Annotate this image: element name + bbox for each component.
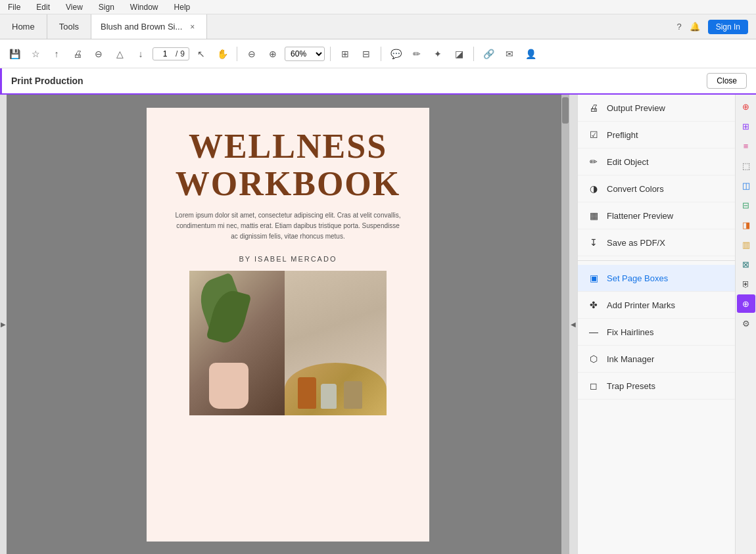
stamp-icon[interactable]: ◪ bbox=[450, 45, 468, 63]
convert-colors-icon: ◑ bbox=[587, 182, 600, 195]
menu-view[interactable]: View bbox=[63, 1, 85, 13]
left-collapse-tab[interactable]: ▶ bbox=[0, 95, 7, 554]
tools-icon-3[interactable]: ≡ bbox=[737, 137, 755, 155]
tab-home[interactable]: Home bbox=[0, 14, 47, 39]
vertical-scrollbar[interactable] bbox=[561, 95, 569, 554]
download-icon[interactable]: ↓ bbox=[131, 45, 150, 63]
select-tool-icon[interactable]: ↖ bbox=[192, 45, 210, 63]
document-images bbox=[189, 271, 387, 415]
save-pdfx-icon: ↧ bbox=[587, 236, 600, 249]
tab-bar-right: ? 🔔 Sign In bbox=[669, 14, 756, 39]
tab-tools[interactable]: Tools bbox=[47, 14, 91, 39]
panel-item-ink-manager[interactable]: ⬡ Ink Manager bbox=[578, 346, 735, 373]
far-right-toolbar: ⊕ ⊞ ≡ ⬚ ◫ ⊟ ◨ ▥ ⊠ ⛨ ⊕ ⚙ bbox=[735, 95, 756, 554]
document-title: WELLNESS WORKBOOK bbox=[176, 127, 400, 202]
right-collapse-tab[interactable]: ◀ bbox=[569, 95, 577, 554]
zoom-minus-icon[interactable]: ⊖ bbox=[243, 45, 261, 63]
edit-object-label: Edit Object bbox=[607, 157, 649, 167]
crop-icon[interactable]: ⊞ bbox=[336, 45, 354, 63]
panel-item-convert-colors[interactable]: ◑ Convert Colors bbox=[578, 175, 735, 202]
help-icon[interactable]: ? bbox=[676, 22, 681, 32]
toolbar-separator-3 bbox=[381, 47, 381, 61]
flattener-icon: ▦ bbox=[587, 209, 600, 222]
document-page: WELLNESS WORKBOOK Lorem ipsum dolor sit … bbox=[147, 108, 429, 542]
tools-icon-2[interactable]: ⊞ bbox=[737, 117, 755, 135]
scroll-thumb[interactable] bbox=[562, 97, 569, 124]
zoom-out-icon[interactable]: ⊖ bbox=[89, 45, 108, 63]
toolbar-separator bbox=[237, 47, 237, 61]
user-icon[interactable]: 👤 bbox=[521, 45, 540, 63]
panel-item-save-pdfx[interactable]: ↧ Save as PDF/X bbox=[578, 229, 735, 256]
panel-item-trap-presets[interactable]: ◻ Trap Presets bbox=[578, 373, 735, 400]
upload-icon[interactable]: ↑ bbox=[47, 45, 66, 63]
panel-item-flattener[interactable]: ▦ Flattener Preview bbox=[578, 202, 735, 229]
document-body: Lorem ipsum dolor sit amet, consectetur … bbox=[173, 210, 403, 242]
tab-close-button[interactable]: × bbox=[187, 21, 197, 33]
image-right bbox=[285, 271, 387, 415]
vase-decoration bbox=[209, 363, 248, 409]
fix-hairlines-label: Fix Hairlines bbox=[607, 327, 654, 337]
bookmark-icon[interactable]: ☆ bbox=[26, 45, 45, 63]
set-page-boxes-label: Set Page Boxes bbox=[607, 273, 668, 283]
tools-icon-1[interactable]: ⊕ bbox=[737, 97, 755, 116]
panel-item-fix-hairlines[interactable]: — Fix Hairlines bbox=[578, 319, 735, 346]
trap-presets-icon: ◻ bbox=[587, 379, 600, 392]
tools-icon-5[interactable]: ◫ bbox=[737, 176, 755, 195]
prev-page-icon[interactable]: △ bbox=[110, 45, 129, 63]
right-panel: 🖨 Output Preview ☑ Preflight ✏ Edit Obje… bbox=[577, 95, 735, 554]
zoom-select[interactable]: 60% 100% 150% bbox=[285, 47, 325, 61]
print-production-icon[interactable]: ⊕ bbox=[737, 294, 755, 313]
panel-item-edit-object[interactable]: ✏ Edit Object bbox=[578, 149, 735, 175]
tools-icon-7[interactable]: ◨ bbox=[737, 216, 755, 234]
shield-icon[interactable]: ⛨ bbox=[737, 275, 755, 293]
link-icon[interactable]: 🔗 bbox=[479, 45, 498, 63]
panel-item-printer-marks[interactable]: ✤ Add Printer Marks bbox=[578, 292, 735, 319]
zoom-plus-icon[interactable]: ⊕ bbox=[264, 45, 282, 63]
ink-manager-label: Ink Manager bbox=[607, 354, 654, 364]
sign-in-button[interactable]: Sign In bbox=[708, 20, 748, 34]
menu-help[interactable]: Help bbox=[172, 1, 193, 13]
highlight-icon[interactable]: ✦ bbox=[429, 45, 447, 63]
toolbar: 💾 ☆ ↑ 🖨 ⊖ △ ↓ / 9 ↖ ✋ ⊖ ⊕ 60% 100% 150% … bbox=[0, 39, 756, 68]
panel-separator bbox=[578, 260, 735, 261]
flattener-label: Flattener Preview bbox=[607, 211, 673, 221]
print-production-title: Print Production bbox=[11, 76, 83, 86]
ink-manager-icon: ⬡ bbox=[587, 352, 600, 365]
convert-colors-label: Convert Colors bbox=[607, 184, 664, 194]
fix-hairlines-icon: — bbox=[587, 325, 600, 338]
print-icon[interactable]: 🖨 bbox=[68, 45, 87, 63]
menu-sign[interactable]: Sign bbox=[96, 1, 117, 13]
printer-marks-icon: ✤ bbox=[587, 298, 600, 312]
panel-item-preflight[interactable]: ☑ Preflight bbox=[578, 122, 735, 149]
image-left bbox=[189, 271, 285, 415]
comment-icon[interactable]: 💬 bbox=[387, 45, 405, 63]
printer-marks-label: Add Printer Marks bbox=[607, 300, 675, 310]
output-preview-label: Output Preview bbox=[607, 103, 665, 113]
menu-window[interactable]: Window bbox=[128, 1, 161, 13]
tools-icon-4[interactable]: ⬚ bbox=[737, 156, 755, 175]
canvas-area: WELLNESS WORKBOOK Lorem ipsum dolor sit … bbox=[7, 95, 569, 554]
save-icon[interactable]: 💾 bbox=[5, 45, 24, 63]
tools-icon-8[interactable]: ▥ bbox=[737, 235, 755, 254]
save-pdfx-label: Save as PDF/X bbox=[607, 238, 665, 248]
panel-item-set-page-boxes[interactable]: ▣ Set Page Boxes bbox=[578, 265, 735, 292]
close-button[interactable]: Close bbox=[707, 73, 747, 89]
page-separator: / bbox=[176, 49, 177, 58]
tab-document[interactable]: Blush and Brown Si... × bbox=[91, 14, 207, 39]
page-number-input[interactable] bbox=[157, 49, 173, 58]
menu-edit[interactable]: Edit bbox=[34, 1, 53, 13]
menu-file[interactable]: File bbox=[5, 1, 23, 13]
draw-icon[interactable]: ✏ bbox=[408, 45, 426, 63]
trap-presets-label: Trap Presets bbox=[607, 381, 655, 391]
panel-item-output-preview[interactable]: 🖨 Output Preview bbox=[578, 95, 735, 122]
tools-icon-6[interactable]: ⊟ bbox=[737, 196, 755, 214]
document-author: BY ISABEL MERCADO bbox=[239, 255, 337, 263]
main-area: ▶ WELLNESS WORKBOOK Lorem ipsum dolor si… bbox=[0, 95, 756, 554]
notification-icon[interactable]: 🔔 bbox=[690, 22, 700, 32]
email-icon[interactable]: ✉ bbox=[500, 45, 519, 63]
settings-icon[interactable]: ⚙ bbox=[737, 314, 755, 333]
rulers-icon[interactable]: ⊟ bbox=[357, 45, 375, 63]
tools-icon-9[interactable]: ⊠ bbox=[737, 255, 755, 273]
hand-tool-icon[interactable]: ✋ bbox=[213, 45, 231, 63]
page-total: 9 bbox=[180, 49, 185, 58]
